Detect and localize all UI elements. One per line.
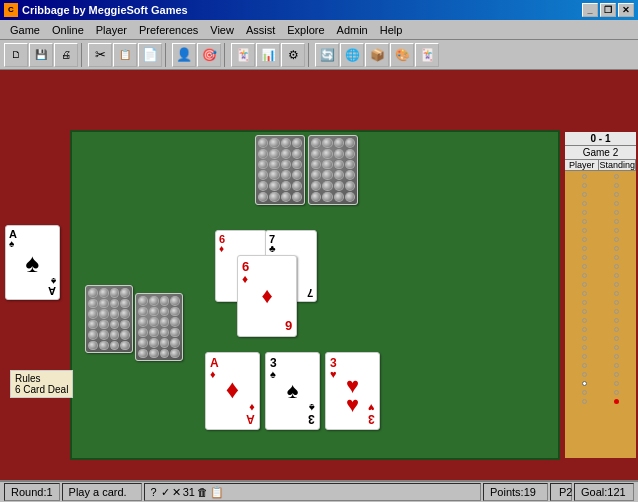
scoreboard: 0 - 1 Game 2 Player Standing: [563, 130, 638, 460]
card-back-pattern: [136, 294, 182, 360]
goal-text: Goal:121: [581, 486, 626, 498]
title-bar: C Cribbage by MeggieSoft Games _ ❐ ✕: [0, 0, 638, 20]
game-area: 0 - 1 Game 2 Player Standing: [0, 70, 638, 480]
score-col-player: Player: [565, 160, 599, 170]
minimize-button[interactable]: _: [582, 3, 598, 17]
score-col-standing: Standing: [599, 160, 636, 170]
trash-icon[interactable]: 🗑: [197, 486, 208, 498]
three-s-suit-tl: ♠: [270, 368, 276, 380]
toolbar-player[interactable]: 👤: [172, 43, 196, 67]
dot-row: [567, 191, 634, 198]
toolbar-refresh[interactable]: 🔄: [315, 43, 339, 67]
toolbar-cut[interactable]: ✂: [88, 43, 112, 67]
menu-player[interactable]: Player: [90, 22, 133, 38]
player-hand-cards: A ♦ ♦ ♦ A 3 ♠ ♠ ♠ 3 3 ♥ ♥ ♥ ♥ 3: [205, 352, 380, 430]
status-points: Points:19: [483, 483, 548, 501]
player-label: P2: [559, 486, 572, 498]
seven-c-value-br: 7: [307, 287, 313, 299]
dot-row: [567, 317, 634, 324]
six-d2-suit-center: ♦: [261, 283, 272, 309]
dot-row: [567, 290, 634, 297]
dot-row: [567, 236, 634, 243]
cards-icon[interactable]: 📋: [210, 486, 224, 499]
dot-row: [567, 362, 634, 369]
menu-assist[interactable]: Assist: [240, 22, 281, 38]
toolbar-pack[interactable]: 📦: [365, 43, 389, 67]
ace-d-suit-tl: ♦: [210, 368, 216, 380]
dot-row-peg3: [567, 398, 634, 405]
toolbar-target[interactable]: 🎯: [197, 43, 221, 67]
toolbar-sep2: [165, 43, 169, 67]
dot-row: [567, 335, 634, 342]
rules-label: Rules: [15, 373, 68, 384]
toolbar-settings[interactable]: ⚙: [281, 43, 305, 67]
six-d-suit-tl: ♦: [219, 243, 224, 254]
ace-d-suit-center: ♦: [226, 374, 239, 405]
player-three-hearts[interactable]: 3 ♥ ♥ ♥ ♥ 3: [325, 352, 380, 430]
menu-game[interactable]: Game: [4, 22, 46, 38]
opp-card-1[interactable]: [85, 285, 133, 353]
restore-button[interactable]: ❐: [600, 3, 616, 17]
player-ace-diamonds[interactable]: A ♦ ♦ ♦ A: [205, 352, 260, 430]
x-icon[interactable]: ✕: [172, 486, 181, 499]
dot-row: [567, 173, 634, 180]
menu-bar: Game Online Player Preferences View Assi…: [0, 20, 638, 40]
three-h-suit-center2: ♥: [346, 392, 359, 418]
status-message: Play a card.: [62, 483, 142, 501]
ace-value-br: A: [48, 285, 56, 297]
status-toolbar-icons: ? ✓ ✕ 31 🗑 📋: [144, 483, 481, 501]
opp-card-2[interactable]: [135, 293, 183, 361]
seven-c-suit-tl: ♣: [269, 243, 276, 254]
help-icon[interactable]: ?: [151, 486, 157, 498]
score-header: 0 - 1: [565, 132, 636, 146]
dot-row: [567, 299, 634, 306]
toolbar-copy[interactable]: 📋: [113, 43, 137, 67]
toolbar-theme[interactable]: 🎨: [390, 43, 414, 67]
check-icon[interactable]: ✓: [161, 486, 170, 499]
toolbar-deal[interactable]: 🃏: [231, 43, 255, 67]
menu-admin[interactable]: Admin: [331, 22, 374, 38]
dot-row-peg2: [567, 389, 634, 396]
dot-row: [567, 281, 634, 288]
score-game: Game 2: [565, 146, 636, 160]
close-button[interactable]: ✕: [618, 3, 634, 17]
menu-view[interactable]: View: [204, 22, 240, 38]
player-ace-card[interactable]: A ♠ ♠ ♠ A: [5, 225, 60, 300]
dot-row: [567, 245, 634, 252]
dot-row: [567, 200, 634, 207]
dot-row-peg1: [567, 380, 634, 387]
play-card-six-diamonds-front[interactable]: 6 ♦ ♦ 6: [237, 255, 297, 337]
title-icon: C: [4, 3, 18, 17]
card-back-pattern: [309, 136, 357, 204]
status-bar: Round:1 Play a card. ? ✓ ✕ 31 🗑 📋 Points…: [0, 480, 638, 502]
menu-explore[interactable]: Explore: [281, 22, 330, 38]
points-text: Points:19: [490, 486, 536, 498]
menu-online[interactable]: Online: [46, 22, 90, 38]
round-label: Round:1: [11, 486, 53, 498]
toolbar-stats[interactable]: 📊: [256, 43, 280, 67]
toolbar-new[interactable]: 🗋: [4, 43, 28, 67]
window-controls: _ ❐ ✕: [582, 3, 634, 17]
status-goal: Goal:121: [574, 483, 634, 501]
toolbar-extra[interactable]: 🃏: [415, 43, 439, 67]
menu-preferences[interactable]: Preferences: [133, 22, 204, 38]
dot-row: [567, 344, 634, 351]
dot-row: [567, 263, 634, 270]
toolbar-sep4: [308, 43, 312, 67]
ace-d-value-br: A: [246, 412, 255, 426]
window-title: Cribbage by MeggieSoft Games: [22, 4, 188, 16]
card-back-pattern: [86, 286, 132, 352]
deal-label: 6 Card Deal: [15, 384, 68, 395]
menu-help[interactable]: Help: [374, 22, 409, 38]
player-three-spades[interactable]: 3 ♠ ♠ ♠ 3: [265, 352, 320, 430]
dealer-card-1[interactable]: [255, 135, 305, 205]
toolbar-save[interactable]: 💾: [29, 43, 53, 67]
dealer-card-2[interactable]: [308, 135, 358, 205]
message-text: Play a card.: [69, 486, 127, 498]
dot-row: [567, 326, 634, 333]
toolbar-sep3: [224, 43, 228, 67]
toolbar-print[interactable]: 🖨: [54, 43, 78, 67]
ace-suit-tl: ♠: [9, 238, 14, 249]
toolbar-paste[interactable]: 📄: [138, 43, 162, 67]
toolbar-net[interactable]: 🌐: [340, 43, 364, 67]
